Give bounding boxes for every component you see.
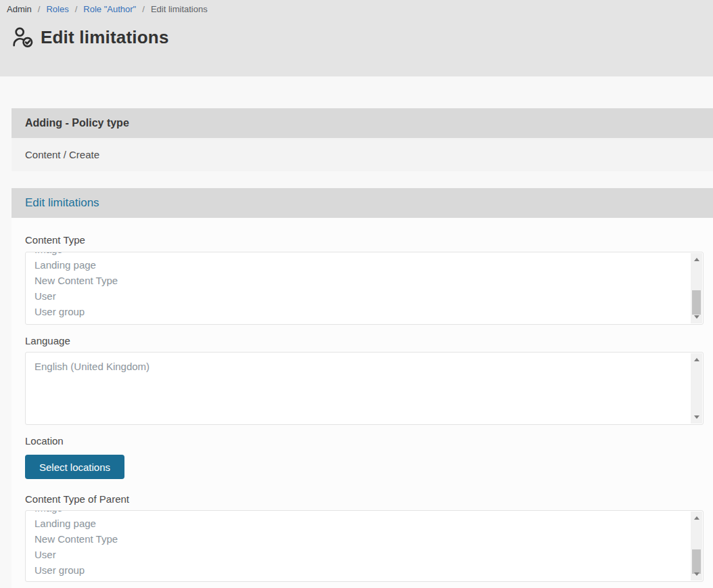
breadcrumb-item-roles[interactable]: Roles bbox=[46, 4, 68, 15]
breadcrumb: Admin / Roles / Role "Author" / Edit lim… bbox=[7, 4, 713, 15]
location-label: Location bbox=[25, 435, 704, 447]
select-option[interactable]: User group bbox=[26, 304, 689, 319]
language-options-viewport: English (United Kingdom) bbox=[26, 353, 703, 424]
content-type-of-parent-options-viewport: Image Landing pageNew Content TypeUserUs… bbox=[26, 511, 703, 581]
select-option[interactable]: User group bbox=[26, 562, 689, 578]
content-type-of-parent-label: Content Type of Parent bbox=[25, 493, 704, 505]
triangle-up-icon[interactable] bbox=[694, 358, 699, 361]
scrollbar-thumb[interactable] bbox=[692, 290, 701, 315]
triangle-up-icon[interactable] bbox=[694, 258, 699, 261]
triangle-down-icon[interactable] bbox=[694, 315, 699, 319]
select-option[interactable]: Landing page bbox=[26, 257, 689, 273]
select-option-clipped[interactable]: Image bbox=[26, 252, 689, 257]
title-row: Edit limitations bbox=[12, 26, 713, 49]
select-option[interactable]: New Content Type bbox=[26, 273, 689, 288]
policy-type-section-title: Adding - Policy type bbox=[25, 117, 129, 129]
scrollbar[interactable] bbox=[691, 253, 702, 323]
page-title: Edit limitations bbox=[41, 27, 169, 48]
edit-limitations-section-header: Edit limitations bbox=[12, 188, 713, 218]
select-option[interactable]: New Content Type bbox=[26, 531, 689, 547]
select-option[interactable]: English (United Kingdom) bbox=[26, 359, 689, 374]
breadcrumb-item-current: Edit limitations bbox=[151, 4, 208, 15]
select-option[interactable]: User bbox=[26, 547, 689, 562]
policy-type-section-header: Adding - Policy type bbox=[12, 108, 713, 138]
user-check-icon bbox=[12, 26, 34, 49]
select-option[interactable]: Landing page bbox=[26, 516, 689, 531]
triangle-up-icon[interactable] bbox=[694, 516, 699, 520]
content-type-of-parent-select[interactable]: Image Landing pageNew Content TypeUserUs… bbox=[25, 510, 704, 582]
triangle-down-icon[interactable] bbox=[694, 572, 699, 576]
language-label: Language bbox=[25, 335, 704, 347]
content-type-options-viewport: Image Landing pageNew Content TypeUserUs… bbox=[26, 252, 703, 324]
select-option-clipped[interactable]: Image bbox=[26, 511, 689, 516]
scrollbar[interactable] bbox=[691, 512, 702, 581]
breadcrumb-separator: / bbox=[142, 4, 145, 15]
breadcrumb-separator: / bbox=[38, 4, 41, 15]
scrollbar-thumb[interactable] bbox=[692, 549, 701, 574]
policy-type-value: Content / Create bbox=[12, 138, 713, 171]
language-select[interactable]: English (United Kingdom) bbox=[25, 352, 704, 425]
policy-type-section: Adding - Policy type Content / Create bbox=[12, 108, 713, 171]
content-type-select[interactable]: Image Landing pageNew Content TypeUserUs… bbox=[25, 252, 704, 325]
select-locations-button[interactable]: Select locations bbox=[25, 455, 124, 479]
triangle-down-icon[interactable] bbox=[694, 415, 699, 419]
scrollbar[interactable] bbox=[691, 353, 702, 424]
breadcrumb-item-role-author[interactable]: Role "Author" bbox=[83, 4, 136, 15]
policy-module-function: Content / Create bbox=[25, 149, 99, 160]
page-header: Admin / Roles / Role "Author" / Edit lim… bbox=[0, 0, 713, 76]
select-option[interactable]: User bbox=[26, 288, 689, 304]
content-type-label: Content Type bbox=[25, 234, 704, 246]
breadcrumb-item-admin[interactable]: Admin bbox=[7, 4, 32, 15]
breadcrumb-separator: / bbox=[75, 4, 78, 15]
edit-limitations-form: Content Type Image Landing pageNew Conte… bbox=[12, 218, 713, 588]
edit-limitations-section-title: Edit limitations bbox=[25, 196, 99, 210]
edit-limitations-section: Edit limitations Content Type Image Land… bbox=[12, 188, 713, 588]
